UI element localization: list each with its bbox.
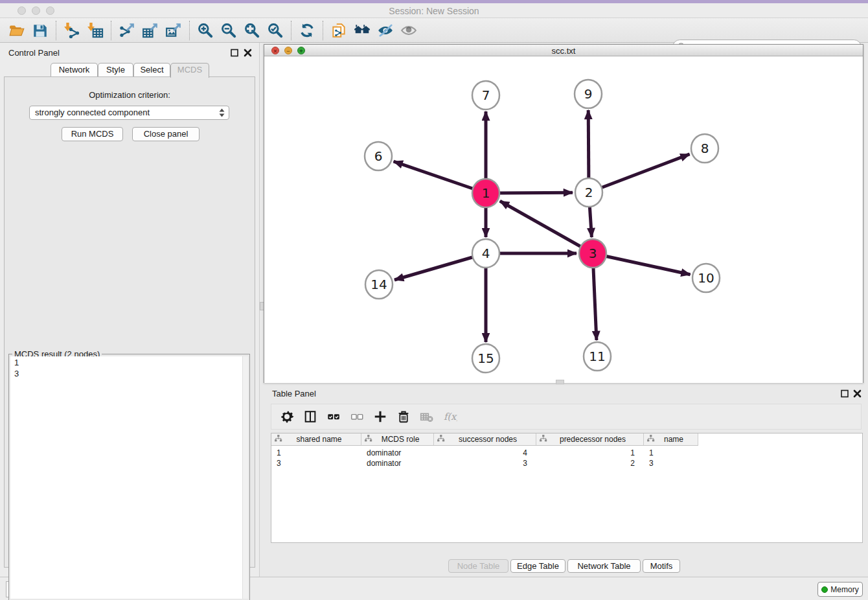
table-header-row: shared nameMCDS rolesuccessor nodesprede… [271,433,698,446]
first-neighbors-icon[interactable] [350,20,374,41]
table-cell[interactable]: dominator [361,448,434,458]
node-10[interactable]: 10 [692,264,720,292]
zoom-out-icon[interactable] [217,20,240,41]
duplicate-network-icon[interactable] [327,20,350,41]
table-row[interactable]: 1dominator411 [271,448,698,458]
table-panel-title: Table Panel [272,389,316,398]
column-type-icon [536,434,547,444]
memory-button[interactable]: Memory [817,582,863,597]
node-3[interactable]: 3 [579,239,606,268]
save-icon[interactable] [29,20,52,41]
network-canvas[interactable]: 7968124314101511 [264,56,863,383]
column-header-label: name [655,435,698,444]
tab-edge-table[interactable]: Edge Table [510,559,565,573]
svg-text:9: 9 [584,86,593,102]
tab-mcds[interactable]: MCDS [170,63,209,78]
node-4[interactable]: 4 [472,239,499,268]
node-14[interactable]: 14 [365,270,393,299]
add-column-icon[interactable] [369,406,392,427]
toolbar-separator [291,21,291,40]
svg-text:1: 1 [482,185,490,201]
table-cell[interactable]: dominator [361,458,434,468]
node-11[interactable]: 11 [584,342,611,371]
node-9[interactable]: 9 [575,80,602,108]
hide-selected-icon[interactable] [374,20,397,41]
tab-network-table[interactable]: Network Table [567,559,641,573]
node-2[interactable]: 2 [575,178,602,207]
tab-node-table[interactable]: Node Table [448,559,508,573]
open-folder-icon[interactable] [5,20,29,41]
column-header-successor-nodes[interactable]: successor nodes [434,433,536,446]
horizontal-splitter-grip[interactable] [556,380,564,384]
node-table[interactable]: shared nameMCDS rolesuccessor nodesprede… [271,433,863,543]
close-panel-icon[interactable] [243,48,253,58]
close-panel-button[interactable]: Close panel [132,127,200,141]
column-header-label: MCDS role [372,435,433,444]
node-15[interactable]: 15 [472,344,499,373]
svg-text:11: 11 [589,349,605,364]
float-table-panel-icon[interactable] [840,389,850,398]
tab-select[interactable]: Select [133,63,170,76]
import-network-icon[interactable] [60,20,84,41]
table-cell[interactable]: 1 [536,448,644,458]
table-cell[interactable]: 4 [434,448,536,458]
import-table-icon[interactable] [84,20,107,41]
table-cell[interactable]: 2 [536,458,644,468]
edge-3-10[interactable] [593,253,691,275]
run-mcds-button[interactable]: Run MCDS [62,127,123,141]
zoom-selected-icon[interactable] [264,20,287,41]
network-graph[interactable]: 7968124314101511 [264,56,863,383]
table-cell[interactable]: 3 [434,458,536,468]
network-window-titlebar[interactable]: × − + scc.txt [264,45,863,56]
column-header-label: shared name [282,435,361,444]
table-cell[interactable]: 1 [644,448,698,458]
table-cell[interactable]: 3 [271,458,361,468]
optimization-criterion-select[interactable]: strongly connected component [29,106,229,120]
mcds-result-scrollbar[interactable] [242,356,248,599]
node-7[interactable]: 7 [472,81,499,110]
table-panel: Table Panel f(x) shared nameMCDS rolesuc… [264,386,868,577]
zoom-fit-icon[interactable] [240,20,264,41]
gear-icon[interactable] [275,406,299,427]
refresh-icon[interactable] [295,20,319,41]
edge-2-8[interactable] [589,154,690,192]
close-table-panel-icon[interactable] [852,389,862,398]
tab-motifs[interactable]: Motifs [643,559,680,573]
edge-3-1[interactable] [500,201,593,253]
export-image-icon[interactable] [162,20,185,41]
svg-text:14: 14 [371,277,387,292]
select-all-icon[interactable] [322,406,345,427]
node-6[interactable]: 6 [365,142,392,170]
svg-text:7: 7 [482,87,490,103]
window-title: Session: New Session [0,6,868,16]
toolbar-separator [111,21,111,40]
zoom-in-icon[interactable] [194,20,217,41]
memory-label: Memory [830,585,858,594]
svg-text:2: 2 [585,185,593,200]
table-cell[interactable]: 1 [271,448,361,458]
export-network-icon[interactable] [115,20,139,41]
node-8[interactable]: 8 [691,134,718,163]
deselect-all-icon[interactable] [345,406,369,427]
column-type-icon [644,434,655,444]
titlebar[interactable]: Session: New Session [0,3,868,18]
svg-text:4: 4 [482,246,490,261]
column-header-label: successor nodes [445,435,536,444]
export-table-icon[interactable] [139,20,162,41]
node-1[interactable]: 1 [472,179,499,207]
split-columns-icon[interactable] [299,406,322,427]
column-header-MCDS-role[interactable]: MCDS role [361,433,434,446]
edge-1-6[interactable] [394,161,486,193]
float-panel-icon[interactable] [230,48,240,58]
tab-network[interactable]: Network [51,63,98,76]
column-header-shared-name[interactable]: shared name [271,433,361,446]
table-row[interactable]: 3dominator323 [271,458,698,468]
mcds-result-text[interactable]: 1 3 [10,356,242,599]
column-header-predecessor-nodes[interactable]: predecessor nodes [536,433,644,446]
tab-style[interactable]: Style [98,63,133,76]
table-cell[interactable]: 3 [644,458,698,468]
column-header-name[interactable]: name [644,433,698,446]
delete-column-icon[interactable] [392,406,415,427]
main-toolbar [0,18,868,43]
function-builder-icon: f(x) [439,406,462,427]
